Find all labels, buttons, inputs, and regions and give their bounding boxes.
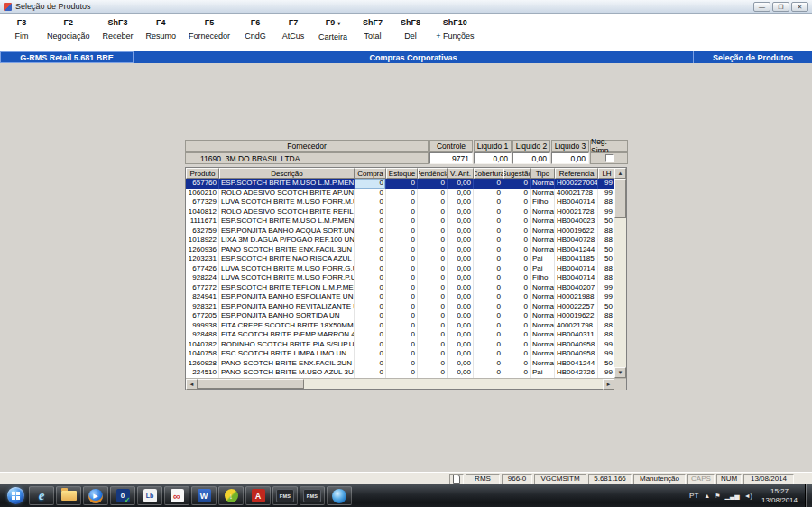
scroll-left-button[interactable]: ◄ xyxy=(186,379,198,390)
cell-referencia[interactable]: HB0040311 xyxy=(555,330,598,340)
cell-lh[interactable]: 50 xyxy=(598,359,614,369)
table-row[interactable]: 1040812ROLO ADESIVO SCOTCH BRITE REFIL00… xyxy=(186,207,614,217)
cell-referencia[interactable]: HB0040207 xyxy=(555,283,598,293)
dropdown-caret-icon[interactable]: ▾ xyxy=(337,21,340,26)
column-header-v_ant[interactable]: V. Ant. xyxy=(448,168,474,179)
cell-referencia[interactable]: HB0040023 xyxy=(555,217,598,226)
show-desktop-button[interactable] xyxy=(805,484,812,507)
horizontal-scroll-thumb[interactable] xyxy=(198,379,304,389)
cell-cobertura[interactable]: 0 xyxy=(474,245,503,255)
column-header-compra[interactable]: Compra xyxy=(355,168,386,179)
cell-pendencia[interactable]: 0 xyxy=(418,245,448,255)
cell-cobertura[interactable]: 0 xyxy=(474,330,503,340)
cell-tipo[interactable]: Filho xyxy=(531,273,555,283)
cell-referencia[interactable]: HB0040714 xyxy=(555,273,598,283)
cell-descricao[interactable]: LUVA SCOTCH BRITE M.USO FORR.M.UN xyxy=(219,198,355,207)
cell-lh[interactable]: 88 xyxy=(598,330,614,340)
cell-v_ant[interactable]: 0,00 xyxy=(448,292,474,302)
cell-v_ant[interactable]: 0,00 xyxy=(448,330,474,340)
cell-tipo[interactable]: Normal xyxy=(531,217,555,226)
cell-tipo[interactable]: Normal xyxy=(531,283,555,293)
cell-v_ant[interactable]: 0,00 xyxy=(448,207,474,217)
table-row[interactable]: 657760ESP.SCOTCH BRITE M.USO L.M.P.MENOS… xyxy=(186,179,614,189)
cell-cobertura[interactable]: 0 xyxy=(474,340,503,350)
cell-tipo[interactable]: Normal xyxy=(531,245,555,255)
cell-cobertura[interactable]: 0 xyxy=(474,321,503,331)
cell-sugestao[interactable]: 0 xyxy=(503,264,531,274)
cell-descricao[interactable]: ESC.SCOTCH BRITE LIMPA LIMO UN xyxy=(219,349,355,359)
cell-pendencia[interactable]: 0 xyxy=(418,302,448,312)
cell-compra[interactable]: 0 xyxy=(355,340,386,350)
cell-estoque[interactable]: 0 xyxy=(386,254,418,264)
cell-pendencia[interactable]: 0 xyxy=(418,198,448,207)
cell-compra[interactable]: 0 xyxy=(355,283,386,293)
cell-estoque[interactable]: 0 xyxy=(386,235,418,245)
cell-produto[interactable]: 1260936 xyxy=(186,245,219,255)
cell-lh[interactable]: 88 xyxy=(598,198,614,207)
cell-v_ant[interactable]: 0,00 xyxy=(448,235,474,245)
cell-sugestao[interactable]: 0 xyxy=(503,359,531,369)
cell-produto[interactable]: 824941 xyxy=(186,292,219,302)
cell-pendencia[interactable]: 0 xyxy=(418,207,448,217)
cell-compra[interactable]: 0 xyxy=(355,179,386,189)
cell-sugestao[interactable]: 0 xyxy=(503,189,531,198)
cell-produto[interactable]: 928488 xyxy=(186,330,219,340)
adobe-reader-icon[interactable]: A xyxy=(245,486,271,505)
cell-cobertura[interactable]: 0 xyxy=(474,235,503,245)
cell-cobertura[interactable]: 0 xyxy=(474,179,503,189)
cell-lh[interactable]: 50 xyxy=(598,302,614,312)
liquido1-value[interactable]: 0,00 xyxy=(474,152,512,164)
cell-compra[interactable]: 0 xyxy=(355,189,386,198)
cell-sugestao[interactable]: 0 xyxy=(503,226,531,236)
cell-referencia[interactable]: 400021728 xyxy=(555,189,598,198)
internet-explorer-icon[interactable]: e xyxy=(29,486,54,505)
download-manager-icon[interactable]: ↓ xyxy=(218,486,244,505)
cell-compra[interactable]: 0 xyxy=(355,349,386,359)
cell-lh[interactable]: 88 xyxy=(598,235,614,245)
fnkey-fun-es[interactable]: ShF10+ Funções xyxy=(436,17,474,41)
column-header-referencia[interactable]: Referencia xyxy=(555,168,598,179)
fnkey-atcus[interactable]: F7AtCus xyxy=(281,17,306,41)
cell-produto[interactable]: 657760 xyxy=(186,179,219,189)
cell-cobertura[interactable]: 0 xyxy=(474,273,503,283)
cell-pendencia[interactable]: 0 xyxy=(418,368,448,378)
table-row[interactable]: 1040782RODINHO SCOTCH BRITE PIA S/SUP.UN… xyxy=(186,340,614,350)
cell-pendencia[interactable]: 0 xyxy=(418,273,448,283)
cell-cobertura[interactable]: 0 xyxy=(474,264,503,274)
table-row[interactable]: 677272ESP.SCOTCH BRITE TEFLON L.M.P.MENO… xyxy=(186,283,614,293)
cell-descricao[interactable]: PANO SCOTCH BRITE M.USO AZUL 3UN xyxy=(219,368,355,378)
cell-tipo[interactable]: Normal xyxy=(531,311,555,321)
table-row[interactable]: 224510PANO SCOTCH BRITE M.USO AZUL 3UN00… xyxy=(186,368,614,378)
cell-estoque[interactable]: 0 xyxy=(386,189,418,198)
cell-estoque[interactable]: 0 xyxy=(386,311,418,321)
cell-produto[interactable]: 224510 xyxy=(186,368,219,378)
cell-lh[interactable]: 99 xyxy=(598,368,614,378)
cell-produto[interactable]: 1260928 xyxy=(186,359,219,369)
cell-descricao[interactable]: LUVA SCOTCH BRITE M.USO FORR.P.UN xyxy=(219,273,355,283)
cell-tipo[interactable]: Normal xyxy=(531,207,555,217)
fnkey-carteira[interactable]: F9▾Carteira xyxy=(318,17,347,42)
cell-tipo[interactable]: Normal xyxy=(531,321,555,331)
network-icon[interactable]: ▁▃▅ xyxy=(725,492,740,501)
cell-cobertura[interactable]: 0 xyxy=(474,349,503,359)
cell-tipo[interactable]: Normal xyxy=(531,349,555,359)
cell-estoque[interactable]: 0 xyxy=(386,349,418,359)
cell-estoque[interactable]: 0 xyxy=(386,198,418,207)
cell-referencia[interactable]: H00019622 xyxy=(555,311,598,321)
cell-cobertura[interactable]: 0 xyxy=(474,292,503,302)
cell-cobertura[interactable]: 0 xyxy=(474,198,503,207)
cell-lh[interactable]: 99 xyxy=(598,349,614,359)
cell-tipo[interactable]: Pai xyxy=(531,368,555,378)
cell-tipo[interactable]: Normal xyxy=(531,302,555,312)
cell-sugestao[interactable]: 0 xyxy=(503,217,531,226)
vertical-scroll-thumb[interactable] xyxy=(614,179,626,218)
cell-produto[interactable]: 999938 xyxy=(186,321,219,331)
cell-estoque[interactable]: 0 xyxy=(386,179,418,189)
cell-referencia[interactable]: HB0040958 xyxy=(555,340,598,350)
cell-produto[interactable]: 1111671 xyxy=(186,217,219,226)
minimize-button[interactable]: — xyxy=(753,2,770,12)
cell-estoque[interactable]: 0 xyxy=(386,273,418,283)
cell-pendencia[interactable]: 0 xyxy=(418,321,448,331)
table-row[interactable]: 999938FITA CREPE SCOTCH BRITE 18X50MM000… xyxy=(186,321,614,331)
cell-estoque[interactable]: 0 xyxy=(386,330,418,340)
